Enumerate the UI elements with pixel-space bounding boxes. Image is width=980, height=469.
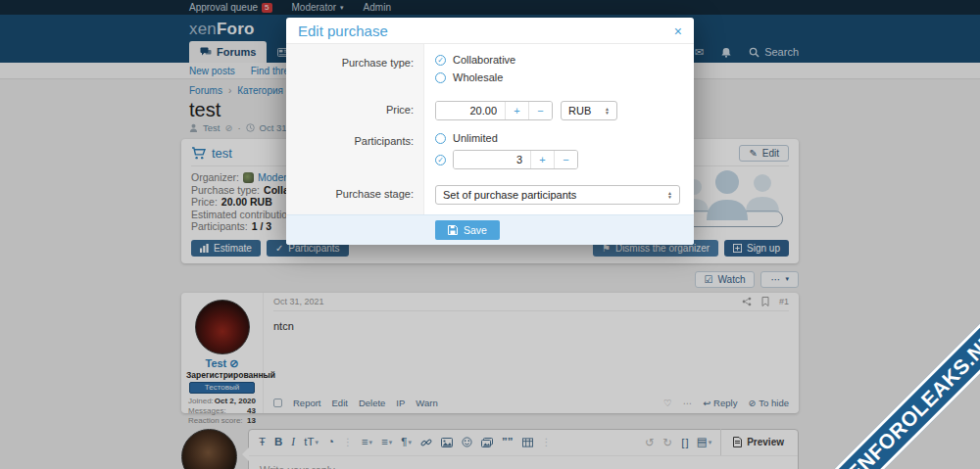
radio-checked-icon: ✓ [435, 55, 446, 66]
select-arrows-icon: ▲▼ [605, 107, 610, 116]
radio-unchecked-icon [435, 72, 446, 83]
participants-row: Participants: Unlimited ✓ + − [286, 132, 694, 175]
purchase-type-label: Purchase type: [286, 54, 423, 89]
screen: Approval queue5 Moderator▾ Admin xenForo… [0, 0, 980, 469]
price-row: Price: + − RUB ▲▼ [286, 101, 694, 120]
save-button[interactable]: Save [435, 220, 500, 240]
price-label: Price: [286, 101, 423, 120]
currency-select[interactable]: RUB ▲▼ [561, 101, 617, 120]
select-arrows-icon: ▲▼ [667, 191, 672, 200]
increment-button[interactable]: + [530, 151, 554, 168]
decrement-button[interactable]: − [554, 151, 577, 168]
purchase-stage-label: Purchase stage: [286, 185, 423, 205]
radio-unchecked-icon [435, 133, 446, 144]
price-input[interactable] [436, 102, 505, 119]
radio-checked-icon: ✓ [435, 155, 446, 165]
modal-title: Edit purchase [298, 23, 388, 39]
purchase-type-row: Purchase type: ✓ Collaborative Wholesale [286, 54, 694, 89]
modal-header: Edit purchase × [286, 18, 694, 44]
radio-collaborative[interactable]: ✓ Collaborative [435, 54, 680, 66]
radio-wholesale[interactable]: Wholesale [435, 71, 680, 83]
decrement-button[interactable]: − [528, 102, 552, 119]
participants-count-input[interactable] [454, 151, 530, 168]
radio-limited[interactable]: ✓ + − [435, 150, 680, 169]
radio-unlimited[interactable]: Unlimited [435, 132, 680, 144]
purchase-stage-row: Purchase stage: Set of purchase particip… [286, 185, 694, 205]
modal-body: Purchase type: ✓ Collaborative Wholesale… [286, 44, 694, 214]
edit-purchase-modal: Edit purchase × Purchase type: ✓ Collabo… [286, 18, 694, 245]
save-disk-icon [448, 225, 458, 235]
participants-label: Participants: [286, 132, 423, 175]
close-icon[interactable]: × [674, 23, 682, 39]
purchase-stage-select[interactable]: Set of purchase participants ▲▼ [435, 185, 680, 205]
increment-button[interactable]: + [505, 102, 528, 119]
modal-footer: Save [286, 214, 694, 245]
